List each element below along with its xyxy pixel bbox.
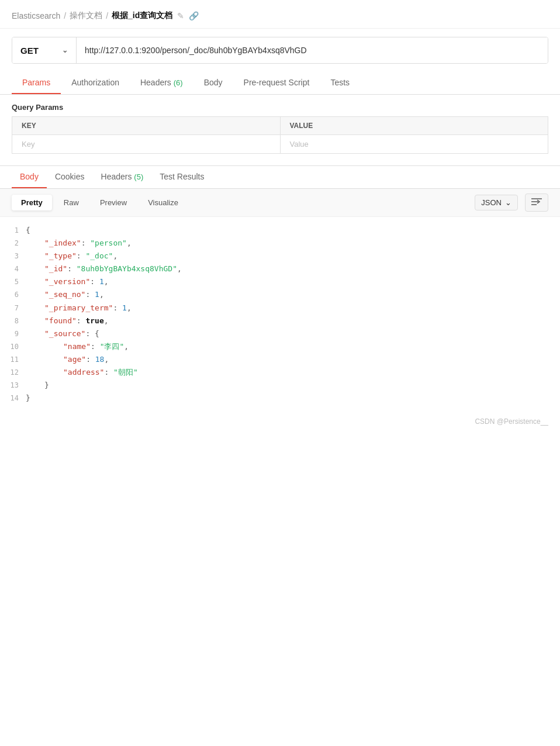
- json-line: 13}: [0, 379, 560, 392]
- response-tab-headers[interactable]: Headers (5): [93, 166, 152, 188]
- method-select[interactable]: GET ⌄: [12, 37, 77, 63]
- json-line: 6"_seq_no": 1,: [0, 288, 560, 301]
- wrap-button[interactable]: [525, 194, 548, 212]
- response-tab-testresults[interactable]: Test Results: [151, 166, 212, 188]
- params-table: KEY VALUE Key Value: [12, 116, 548, 154]
- json-line: 8"found": true,: [0, 315, 560, 327]
- response-headers-badge: (5): [134, 172, 143, 181]
- json-line: 10"name": "李四",: [0, 340, 560, 353]
- request-tabs: Params Authorization Headers (6) Body Pr…: [0, 72, 560, 95]
- params-table-wrap: KEY VALUE Key Value: [0, 116, 560, 154]
- tab-params[interactable]: Params: [12, 72, 61, 94]
- format-btn-preview[interactable]: Preview: [91, 195, 136, 210]
- footer-text: CSDN @Persistence__: [475, 417, 548, 426]
- response-tabs: Body Cookies Headers (5) Test Results: [0, 166, 560, 189]
- param-key-input[interactable]: Key: [12, 135, 281, 154]
- format-btn-raw[interactable]: Raw: [54, 195, 88, 210]
- col-header-value: VALUE: [280, 117, 548, 135]
- breadcrumb-item-caozuo[interactable]: 操作文档: [70, 11, 102, 21]
- headers-badge: (6): [174, 78, 183, 87]
- format-select[interactable]: JSON ⌄: [475, 195, 518, 210]
- edit-icon[interactable]: ✎: [177, 11, 184, 20]
- tab-body[interactable]: Body: [193, 72, 233, 94]
- breadcrumb: Elasticsearch / 操作文档 / 根据_id查询文档 ✎ 🔗: [0, 0, 560, 29]
- json-line: 1{: [0, 224, 560, 237]
- tab-tests[interactable]: Tests: [320, 72, 360, 94]
- query-params-title: Query Params: [0, 95, 560, 116]
- param-value-input[interactable]: Value: [280, 135, 548, 154]
- tab-prerequest[interactable]: Pre-request Script: [233, 72, 320, 94]
- footer: CSDN @Persistence__: [0, 412, 560, 431]
- json-line: 4"_id": "8uh0bYgBAYb4xsq8VhGD",: [0, 263, 560, 275]
- table-row: Key Value: [12, 135, 548, 154]
- json-line: 5"_version": 1,: [0, 275, 560, 288]
- format-chevron-icon: ⌄: [505, 198, 511, 207]
- breadcrumb-sep-2: /: [106, 11, 108, 20]
- json-line: 2"_index": "person",: [0, 237, 560, 250]
- json-line: 9"_source": {: [0, 327, 560, 340]
- response-section: Body Cookies Headers (5) Test Results Pr…: [0, 165, 560, 412]
- method-label: GET: [20, 46, 39, 56]
- format-btn-pretty[interactable]: Pretty: [12, 195, 52, 210]
- json-line: 7"_primary_term": 1,: [0, 302, 560, 315]
- response-tab-body[interactable]: Body: [12, 166, 47, 188]
- breadcrumb-item-query[interactable]: 根据_id查询文档: [112, 11, 172, 21]
- format-bar: Pretty Raw Preview Visualize JSON ⌄: [0, 189, 560, 217]
- json-line: 3"_type": "_doc",: [0, 250, 560, 263]
- link-icon[interactable]: 🔗: [189, 11, 199, 20]
- response-tab-cookies[interactable]: Cookies: [47, 166, 93, 188]
- json-line: 14}: [0, 392, 560, 405]
- format-label: JSON: [481, 198, 502, 207]
- json-line: 11"age": 18,: [0, 353, 560, 366]
- tab-authorization[interactable]: Authorization: [61, 72, 130, 94]
- format-btn-visualize[interactable]: Visualize: [139, 195, 188, 210]
- url-input[interactable]: [77, 37, 548, 63]
- breadcrumb-item-elasticsearch[interactable]: Elasticsearch: [12, 11, 60, 20]
- chevron-down-icon: ⌄: [62, 46, 68, 54]
- breadcrumb-sep-1: /: [64, 11, 66, 20]
- tab-headers[interactable]: Headers (6): [130, 72, 193, 94]
- url-bar: GET ⌄: [12, 37, 548, 64]
- json-viewer: 1{2"_index": "person",3"_type": "_doc",4…: [0, 217, 560, 412]
- json-line: 12"address": "朝阳": [0, 366, 560, 379]
- col-header-key: KEY: [12, 117, 281, 135]
